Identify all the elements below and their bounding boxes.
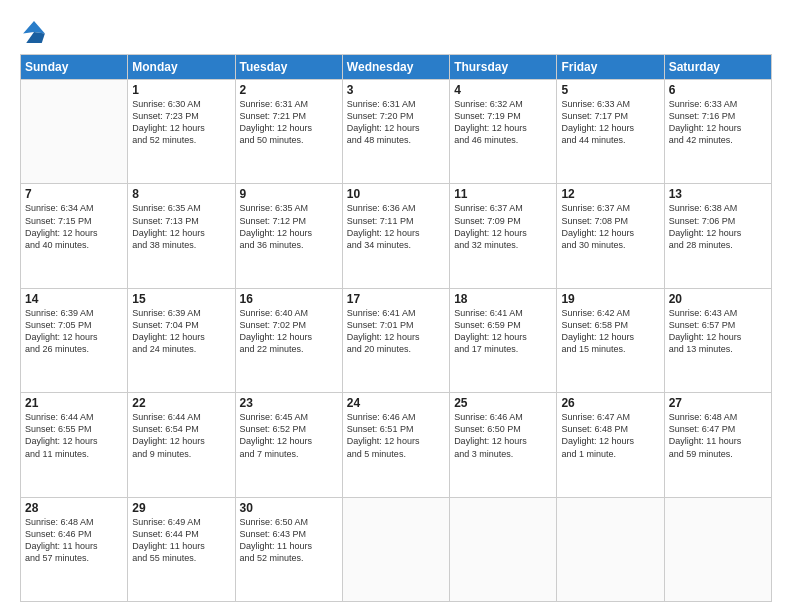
calendar-cell: 30Sunrise: 6:50 AM Sunset: 6:43 PM Dayli… <box>235 497 342 601</box>
day-info: Sunrise: 6:31 AM Sunset: 7:20 PM Dayligh… <box>347 98 445 147</box>
calendar-cell: 1Sunrise: 6:30 AM Sunset: 7:23 PM Daylig… <box>128 80 235 184</box>
day-number: 22 <box>132 396 230 410</box>
weekday-saturday: Saturday <box>664 55 771 80</box>
calendar-cell: 27Sunrise: 6:48 AM Sunset: 6:47 PM Dayli… <box>664 393 771 497</box>
weekday-friday: Friday <box>557 55 664 80</box>
calendar-cell: 12Sunrise: 6:37 AM Sunset: 7:08 PM Dayli… <box>557 184 664 288</box>
calendar-cell: 24Sunrise: 6:46 AM Sunset: 6:51 PM Dayli… <box>342 393 449 497</box>
day-info: Sunrise: 6:35 AM Sunset: 7:13 PM Dayligh… <box>132 202 230 251</box>
day-number: 1 <box>132 83 230 97</box>
weekday-thursday: Thursday <box>450 55 557 80</box>
calendar-cell: 26Sunrise: 6:47 AM Sunset: 6:48 PM Dayli… <box>557 393 664 497</box>
day-number: 11 <box>454 187 552 201</box>
day-number: 25 <box>454 396 552 410</box>
day-info: Sunrise: 6:48 AM Sunset: 6:47 PM Dayligh… <box>669 411 767 460</box>
day-number: 28 <box>25 501 123 515</box>
day-info: Sunrise: 6:39 AM Sunset: 7:04 PM Dayligh… <box>132 307 230 356</box>
calendar-cell: 16Sunrise: 6:40 AM Sunset: 7:02 PM Dayli… <box>235 288 342 392</box>
day-number: 20 <box>669 292 767 306</box>
day-info: Sunrise: 6:38 AM Sunset: 7:06 PM Dayligh… <box>669 202 767 251</box>
weekday-header-row: SundayMondayTuesdayWednesdayThursdayFrid… <box>21 55 772 80</box>
week-row-4: 28Sunrise: 6:48 AM Sunset: 6:46 PM Dayli… <box>21 497 772 601</box>
day-info: Sunrise: 6:37 AM Sunset: 7:08 PM Dayligh… <box>561 202 659 251</box>
weekday-monday: Monday <box>128 55 235 80</box>
calendar-cell: 3Sunrise: 6:31 AM Sunset: 7:20 PM Daylig… <box>342 80 449 184</box>
calendar-cell: 29Sunrise: 6:49 AM Sunset: 6:44 PM Dayli… <box>128 497 235 601</box>
calendar-cell <box>450 497 557 601</box>
week-row-3: 21Sunrise: 6:44 AM Sunset: 6:55 PM Dayli… <box>21 393 772 497</box>
day-number: 19 <box>561 292 659 306</box>
calendar-cell: 22Sunrise: 6:44 AM Sunset: 6:54 PM Dayli… <box>128 393 235 497</box>
week-row-1: 7Sunrise: 6:34 AM Sunset: 7:15 PM Daylig… <box>21 184 772 288</box>
day-info: Sunrise: 6:41 AM Sunset: 7:01 PM Dayligh… <box>347 307 445 356</box>
calendar-cell: 17Sunrise: 6:41 AM Sunset: 7:01 PM Dayli… <box>342 288 449 392</box>
day-number: 7 <box>25 187 123 201</box>
day-number: 2 <box>240 83 338 97</box>
calendar-cell: 21Sunrise: 6:44 AM Sunset: 6:55 PM Dayli… <box>21 393 128 497</box>
calendar-cell: 2Sunrise: 6:31 AM Sunset: 7:21 PM Daylig… <box>235 80 342 184</box>
day-info: Sunrise: 6:32 AM Sunset: 7:19 PM Dayligh… <box>454 98 552 147</box>
calendar-cell: 8Sunrise: 6:35 AM Sunset: 7:13 PM Daylig… <box>128 184 235 288</box>
calendar-cell <box>21 80 128 184</box>
day-number: 26 <box>561 396 659 410</box>
svg-marker-0 <box>23 21 45 33</box>
calendar-cell: 28Sunrise: 6:48 AM Sunset: 6:46 PM Dayli… <box>21 497 128 601</box>
calendar-cell: 7Sunrise: 6:34 AM Sunset: 7:15 PM Daylig… <box>21 184 128 288</box>
page: SundayMondayTuesdayWednesdayThursdayFrid… <box>0 0 792 612</box>
calendar-cell: 18Sunrise: 6:41 AM Sunset: 6:59 PM Dayli… <box>450 288 557 392</box>
day-number: 23 <box>240 396 338 410</box>
day-info: Sunrise: 6:33 AM Sunset: 7:17 PM Dayligh… <box>561 98 659 147</box>
day-number: 3 <box>347 83 445 97</box>
calendar-cell: 19Sunrise: 6:42 AM Sunset: 6:58 PM Dayli… <box>557 288 664 392</box>
calendar-cell: 20Sunrise: 6:43 AM Sunset: 6:57 PM Dayli… <box>664 288 771 392</box>
day-number: 29 <box>132 501 230 515</box>
day-number: 10 <box>347 187 445 201</box>
day-info: Sunrise: 6:46 AM Sunset: 6:50 PM Dayligh… <box>454 411 552 460</box>
day-number: 15 <box>132 292 230 306</box>
day-number: 4 <box>454 83 552 97</box>
day-info: Sunrise: 6:46 AM Sunset: 6:51 PM Dayligh… <box>347 411 445 460</box>
day-number: 16 <box>240 292 338 306</box>
weekday-tuesday: Tuesday <box>235 55 342 80</box>
calendar-cell: 25Sunrise: 6:46 AM Sunset: 6:50 PM Dayli… <box>450 393 557 497</box>
day-info: Sunrise: 6:43 AM Sunset: 6:57 PM Dayligh… <box>669 307 767 356</box>
calendar-cell: 10Sunrise: 6:36 AM Sunset: 7:11 PM Dayli… <box>342 184 449 288</box>
day-info: Sunrise: 6:39 AM Sunset: 7:05 PM Dayligh… <box>25 307 123 356</box>
day-number: 5 <box>561 83 659 97</box>
day-info: Sunrise: 6:34 AM Sunset: 7:15 PM Dayligh… <box>25 202 123 251</box>
calendar-cell: 5Sunrise: 6:33 AM Sunset: 7:17 PM Daylig… <box>557 80 664 184</box>
calendar-cell <box>557 497 664 601</box>
day-number: 24 <box>347 396 445 410</box>
day-info: Sunrise: 6:30 AM Sunset: 7:23 PM Dayligh… <box>132 98 230 147</box>
header <box>20 18 772 46</box>
day-info: Sunrise: 6:44 AM Sunset: 6:55 PM Dayligh… <box>25 411 123 460</box>
day-info: Sunrise: 6:42 AM Sunset: 6:58 PM Dayligh… <box>561 307 659 356</box>
calendar-cell: 9Sunrise: 6:35 AM Sunset: 7:12 PM Daylig… <box>235 184 342 288</box>
calendar-cell: 11Sunrise: 6:37 AM Sunset: 7:09 PM Dayli… <box>450 184 557 288</box>
day-number: 8 <box>132 187 230 201</box>
day-info: Sunrise: 6:45 AM Sunset: 6:52 PM Dayligh… <box>240 411 338 460</box>
week-row-0: 1Sunrise: 6:30 AM Sunset: 7:23 PM Daylig… <box>21 80 772 184</box>
day-info: Sunrise: 6:36 AM Sunset: 7:11 PM Dayligh… <box>347 202 445 251</box>
calendar-cell: 13Sunrise: 6:38 AM Sunset: 7:06 PM Dayli… <box>664 184 771 288</box>
day-number: 12 <box>561 187 659 201</box>
day-info: Sunrise: 6:31 AM Sunset: 7:21 PM Dayligh… <box>240 98 338 147</box>
day-number: 18 <box>454 292 552 306</box>
svg-marker-1 <box>26 32 45 43</box>
day-info: Sunrise: 6:48 AM Sunset: 6:46 PM Dayligh… <box>25 516 123 565</box>
day-info: Sunrise: 6:35 AM Sunset: 7:12 PM Dayligh… <box>240 202 338 251</box>
calendar-cell: 15Sunrise: 6:39 AM Sunset: 7:04 PM Dayli… <box>128 288 235 392</box>
day-number: 27 <box>669 396 767 410</box>
day-info: Sunrise: 6:37 AM Sunset: 7:09 PM Dayligh… <box>454 202 552 251</box>
day-info: Sunrise: 6:40 AM Sunset: 7:02 PM Dayligh… <box>240 307 338 356</box>
calendar-cell: 23Sunrise: 6:45 AM Sunset: 6:52 PM Dayli… <box>235 393 342 497</box>
day-number: 21 <box>25 396 123 410</box>
day-info: Sunrise: 6:44 AM Sunset: 6:54 PM Dayligh… <box>132 411 230 460</box>
day-number: 14 <box>25 292 123 306</box>
day-number: 30 <box>240 501 338 515</box>
logo-icon <box>20 18 48 46</box>
logo <box>20 18 52 46</box>
day-number: 13 <box>669 187 767 201</box>
day-info: Sunrise: 6:47 AM Sunset: 6:48 PM Dayligh… <box>561 411 659 460</box>
week-row-2: 14Sunrise: 6:39 AM Sunset: 7:05 PM Dayli… <box>21 288 772 392</box>
